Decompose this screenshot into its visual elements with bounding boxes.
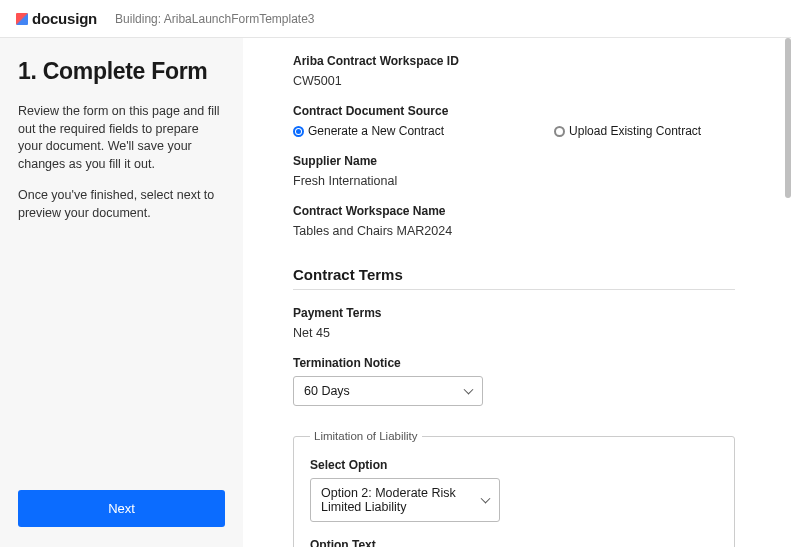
logo-icon — [16, 13, 28, 25]
scrollbar-thumb[interactable] — [785, 38, 791, 198]
payment-terms-value: Net 45 — [293, 326, 735, 340]
radio-generate-new[interactable]: Generate a New Contract — [293, 124, 444, 138]
building-label: Building: AribaLaunchFormTemplate3 — [115, 12, 314, 26]
termination-notice-label: Termination Notice — [293, 356, 735, 370]
top-bar: docusign Building: AribaLaunchFormTempla… — [0, 0, 791, 38]
logo-text: docusign — [32, 10, 97, 27]
contract-terms-heading: Contract Terms — [293, 266, 735, 290]
payment-terms-label: Payment Terms — [293, 306, 735, 320]
sidebar-instructions-1: Review the form on this page and fill ou… — [18, 103, 225, 173]
workspace-name-label: Contract Workspace Name — [293, 204, 735, 218]
radio-icon — [554, 126, 565, 137]
doc-source-label: Contract Document Source — [293, 104, 735, 118]
ariba-id-label: Ariba Contract Workspace ID — [293, 54, 735, 68]
sidebar-title: 1. Complete Form — [18, 58, 225, 85]
select-option-label: Select Option — [310, 458, 718, 472]
next-button[interactable]: Next — [18, 490, 225, 527]
supplier-name-label: Supplier Name — [293, 154, 735, 168]
ariba-id-value: CW5001 — [293, 74, 735, 88]
supplier-name-value: Fresh International — [293, 174, 735, 188]
radio-icon — [293, 126, 304, 137]
form-area: Ariba Contract Workspace ID CW5001 Contr… — [243, 38, 785, 547]
liability-option-select[interactable]: Option 2: Moderate Risk Limited Liabilit… — [310, 478, 500, 522]
workspace-name-value: Tables and Chairs MAR2024 — [293, 224, 735, 238]
option-text-label: Option Text — [310, 538, 718, 547]
app-logo: docusign — [16, 10, 97, 27]
scrollbar-track[interactable] — [785, 38, 791, 547]
sidebar: 1. Complete Form Review the form on this… — [0, 38, 243, 547]
termination-notice-select[interactable]: 60 Days — [293, 376, 483, 406]
limitation-of-liability-fieldset: Limitation of Liability Select Option Op… — [293, 430, 735, 547]
lol-legend: Limitation of Liability — [310, 430, 422, 442]
radio-upload-existing[interactable]: Upload Existing Contract — [554, 124, 701, 138]
sidebar-instructions-2: Once you've finished, select next to pre… — [18, 187, 225, 222]
